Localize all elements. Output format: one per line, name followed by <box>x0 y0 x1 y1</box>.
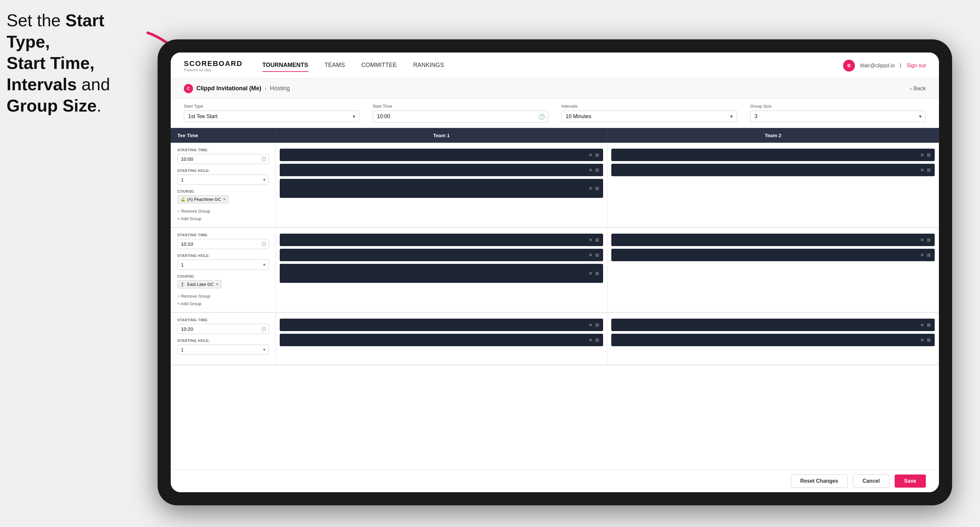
left-panel-1: STARTING TIME: 🕐 STARTING HOLE: 123 <box>171 143 276 227</box>
t1-expand-3a[interactable]: ⊞ <box>595 322 599 327</box>
save-button[interactable]: Save <box>895 475 926 487</box>
team1-course-row-2: ✕ ⊞ <box>280 264 603 283</box>
starting-time-input-wrapper-1: 🕐 <box>177 154 269 164</box>
team2-player-row-2b: ✕ ⊞ <box>611 249 935 261</box>
team2-x-icon-1a[interactable]: ✕ <box>920 152 924 157</box>
t2-expand-3b[interactable]: ⊞ <box>927 337 931 343</box>
player-expand-icon-1b[interactable]: ⊞ <box>595 167 599 173</box>
team2-expand-icon-1a[interactable]: ⊞ <box>927 152 931 157</box>
starting-hole-field-1: STARTING HOLE: 123 ▼ <box>177 169 269 185</box>
team1-panel-1: ✕ ⊞ ✕ ⊞ ✕ <box>276 143 608 227</box>
team2-x-icon-1b[interactable]: ✕ <box>920 167 924 173</box>
starting-hole-select-input-2[interactable]: 12 <box>177 260 269 270</box>
group-size-select[interactable]: 2 3 4 <box>750 111 926 122</box>
start-time-label: Start Time <box>372 104 548 109</box>
t1-x-3a[interactable]: ✕ <box>589 322 593 327</box>
team1-player-row-2a: ✕ ⊞ <box>280 233 603 246</box>
start-time-group: Start Time 🕐 <box>372 104 548 122</box>
t1-expand-3b[interactable]: ⊞ <box>595 337 599 343</box>
team1-course-row-1: ✕ ⊞ <box>280 179 603 198</box>
starting-hole-label-2: STARTING HOLE: <box>177 254 269 257</box>
intervals-select-wrapper: 5 Minutes 10 Minutes 15 Minutes ▼ <box>562 111 737 122</box>
reset-changes-button[interactable]: Reset Changes <box>791 475 848 487</box>
player-expand-icon-1a[interactable]: ⊞ <box>595 152 599 157</box>
start-type-group: Start Type 1st Tee Start Shotgun Start ▼ <box>184 104 360 122</box>
cancel-button[interactable]: Cancel <box>853 475 889 487</box>
team2-expand-icon-1b[interactable]: ⊞ <box>927 167 931 173</box>
sign-out-link[interactable]: Sign out <box>907 63 926 68</box>
remove-group-label-2: Remove Group <box>181 294 210 298</box>
start-type-select[interactable]: 1st Tee Start Shotgun Start <box>184 111 360 122</box>
nav-links: TOURNAMENTS TEAMS COMMITTEE RANKINGS <box>262 59 843 72</box>
remove-group-btn-1[interactable]: ○ Remove Group <box>177 208 269 214</box>
t2-x-3a[interactable]: ✕ <box>920 322 924 327</box>
t1-course-x-2[interactable]: ✕ <box>589 271 593 276</box>
nav-tournaments[interactable]: TOURNAMENTS <box>262 59 308 72</box>
t1-course-expand-2[interactable]: ⊞ <box>595 271 599 276</box>
starting-hole-select-input-1[interactable]: 123 <box>177 175 269 185</box>
starting-time-input-1[interactable] <box>177 154 269 164</box>
intervals-select[interactable]: 5 Minutes 10 Minutes 15 Minutes <box>562 111 737 122</box>
start-time-wrapper: 🕐 <box>372 111 548 122</box>
t2-x-2a[interactable]: ✕ <box>920 237 924 243</box>
bold-group-size: Group Size <box>6 96 97 115</box>
course-tag-remove-1[interactable]: ✕ <box>223 197 226 202</box>
starting-hole-select-1: 123 ▼ <box>177 175 269 185</box>
player-row-actions-1b: ✕ ⊞ <box>589 167 599 173</box>
t2-x-3b[interactable]: ✕ <box>920 337 924 343</box>
team1-course-actions-1: ✕ ⊞ <box>589 186 599 191</box>
t1-expand-2a[interactable]: ⊞ <box>595 237 599 243</box>
clock-icon: 🕐 <box>538 114 545 120</box>
t2-x-2b[interactable]: ✕ <box>920 252 924 257</box>
course-field-2: COURSE: 🏌 East Lake GC ✕ <box>177 274 269 289</box>
breadcrumb: C Clippd Invitational (Me) › Hosting <box>184 84 290 93</box>
starting-time-clock-icon-1: 🕐 <box>261 157 266 162</box>
bottom-bar: Reset Changes Cancel Save <box>171 470 939 492</box>
starting-hole-label-1: STARTING HOLE: <box>177 169 269 173</box>
t2-actions-2b: ✕ ⊞ <box>920 252 931 257</box>
starting-hole-select-2: 12 ▼ <box>177 260 269 270</box>
player-x-icon-1a[interactable]: ✕ <box>589 152 593 157</box>
nav-committee[interactable]: COMMITTEE <box>361 59 397 72</box>
instruction-text: Set the Start Type,Start Time,Intervals … <box>6 10 131 116</box>
team2-panel-1: ✕ ⊞ ✕ ⊞ <box>608 143 939 227</box>
nav-rankings[interactable]: RANKINGS <box>413 59 444 72</box>
player-x-icon-1b[interactable]: ✕ <box>589 167 593 173</box>
starting-hole-select-input-3[interactable]: 1 <box>177 344 269 355</box>
starting-time-input-2[interactable] <box>177 239 269 249</box>
header-team1: Team 1 <box>276 128 608 143</box>
t2-expand-2b[interactable]: ⊞ <box>927 252 931 257</box>
tablet-device: SCOREBOARD Powered by clipp TOURNAMENTS … <box>158 40 952 505</box>
add-group-btn-1[interactable]: + Add Group <box>177 216 269 222</box>
team1-course-expand-icon-1[interactable]: ⊞ <box>595 186 599 191</box>
t2-actions-3a: ✕ ⊞ <box>920 322 931 327</box>
course-input-row-1: ⛳ (A) Peachtree GC ✕ <box>177 195 269 203</box>
t1-x-2a[interactable]: ✕ <box>589 237 593 243</box>
back-link[interactable]: ‹ Back <box>910 85 926 92</box>
team1-player-row-1b: ✕ ⊞ <box>280 164 603 176</box>
starting-time-clock-icon-3: 🕐 <box>261 327 266 332</box>
nav-teams[interactable]: TEAMS <box>325 59 345 72</box>
start-time-input[interactable] <box>372 111 548 122</box>
starting-time-input-wrapper-2: 🕐 <box>177 239 269 249</box>
t1-x-2b[interactable]: ✕ <box>589 252 593 257</box>
team2-player-row-3b: ✕ ⊞ <box>611 334 935 346</box>
start-type-select-wrapper: 1st Tee Start Shotgun Start ▼ <box>184 111 360 122</box>
team2-player-actions-1b: ✕ ⊞ <box>920 167 931 173</box>
t1-expand-2b[interactable]: ⊞ <box>595 252 599 257</box>
course-tag-2: 🏌 East Lake GC ✕ <box>177 280 222 289</box>
tee-group-3: STARTING TIME: 🕐 STARTING HOLE: 1 <box>171 313 939 365</box>
remove-group-btn-2[interactable]: ○ Remove Group <box>177 293 269 299</box>
t2-expand-2a[interactable]: ⊞ <box>927 237 931 243</box>
course-tag-1: ⛳ (A) Peachtree GC ✕ <box>177 195 229 203</box>
starting-time-input-3[interactable] <box>177 324 269 334</box>
course-tag-remove-2[interactable]: ✕ <box>216 282 219 286</box>
remove-icon-1: ○ <box>177 209 180 214</box>
team2-player-row-3a: ✕ ⊞ <box>611 319 935 331</box>
add-group-btn-2[interactable]: + Add Group <box>177 301 269 307</box>
t2-expand-3a[interactable]: ⊞ <box>927 322 931 327</box>
team1-course-x-icon-1[interactable]: ✕ <box>589 186 593 191</box>
team2-panel-2: ✕ ⊞ ✕ ⊞ <box>608 228 939 312</box>
team2-player-actions-1a: ✕ ⊞ <box>920 152 931 157</box>
t1-x-3b[interactable]: ✕ <box>589 337 593 343</box>
